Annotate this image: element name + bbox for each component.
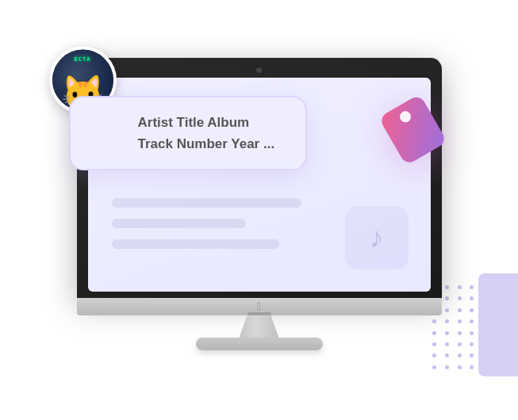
monitor-chin: 	[77, 298, 442, 315]
card-line-1: Artist Title Album	[138, 112, 288, 133]
music-note-icon: ♪	[370, 221, 384, 254]
monitor-stand-neck	[240, 315, 279, 338]
monitor-stand-base	[196, 338, 323, 350]
price-tag-icon	[375, 94, 455, 173]
music-icon-container: ♪	[345, 206, 409, 269]
monitor: ECTA 🐱 Artist Title Album Track Number Y…	[77, 58, 442, 350]
apple-logo-icon: 	[257, 300, 261, 313]
screen-lines	[112, 198, 336, 260]
monitor-bezel: ♪	[77, 58, 442, 298]
accent-rectangle	[478, 273, 518, 376]
info-card: Artist Title Album Track Number Year ...	[69, 96, 307, 170]
screen-line-3	[112, 239, 280, 249]
scene: // Rendered inline below ECTA 🐱 Artist T…	[0, 0, 518, 420]
card-line-2: Track Number Year ...	[138, 133, 288, 155]
svg-rect-0	[378, 94, 447, 166]
screen-line-2	[112, 219, 246, 228]
screen-line-1	[112, 198, 302, 208]
avatar-label: ECTA	[75, 56, 91, 63]
